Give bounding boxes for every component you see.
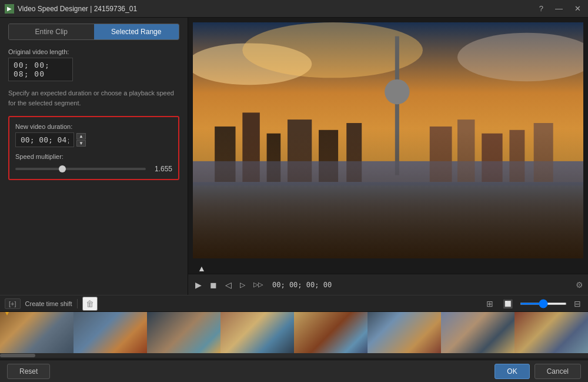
- duration-input[interactable]: [15, 132, 74, 147]
- film-frame-1: [0, 312, 74, 353]
- speed-slider[interactable]: [15, 168, 146, 170]
- stop-button[interactable]: ◼: [208, 279, 219, 291]
- next-frame-button[interactable]: ▷: [238, 280, 248, 290]
- title-bar: ▶ Video Speed Designer | 24159736_01 ? —…: [0, 0, 588, 18]
- multiplier-value: 1.655: [152, 165, 172, 173]
- filmstrip-scroll-thumb[interactable]: [0, 354, 35, 357]
- film-frame-8: [514, 312, 588, 353]
- new-duration-label: New video duration:: [15, 123, 172, 130]
- left-panel: Entire Clip Selected Range Original vide…: [0, 18, 188, 295]
- app-icon: ▶: [5, 4, 14, 14]
- right-panel: ▲ ▶ ◼ ◁ ▷ ▷▷ 00; 00; 00; 00 ⚙: [188, 18, 588, 295]
- settings-button[interactable]: ⚙: [576, 280, 583, 290]
- spinner-down-button[interactable]: ▼: [76, 140, 86, 147]
- ok-button[interactable]: OK: [495, 364, 529, 379]
- filmstrip-scrollbar[interactable]: [0, 353, 588, 358]
- tab-entire-clip[interactable]: Entire Clip: [9, 24, 94, 39]
- slider-row: 1.655: [15, 165, 172, 173]
- title-text: Video Speed Designer | 24159736_01: [18, 5, 137, 13]
- film-frame-3: [147, 312, 220, 353]
- video-gradient: [193, 22, 583, 258]
- timeline-area: [+] Create time shift 🗑 ⊞ 🔲 ⊟: [0, 295, 588, 360]
- svg-point-12: [385, 79, 409, 104]
- zoom-out-button[interactable]: 🔲: [500, 298, 515, 310]
- speed-box: New video duration: ▲ ▼ Speed multiplier…: [8, 116, 179, 180]
- title-bar-left: ▶ Video Speed Designer | 24159736_01: [5, 4, 137, 14]
- film-frame-7: [441, 312, 514, 353]
- zoom-slider[interactable]: [520, 303, 567, 305]
- playback-controls: ▶ ◼ ◁ ▷ ▷▷ 00; 00; 00; 00 ⚙: [188, 274, 588, 295]
- play-button[interactable]: ▶: [193, 279, 204, 291]
- original-length-value: 00; 00; 08; 00: [8, 58, 73, 81]
- time-code: 00; 00; 00; 00: [269, 281, 572, 289]
- original-length-label: Original video length:: [8, 48, 179, 55]
- prev-frame-button[interactable]: ◁: [223, 279, 234, 291]
- film-frame-4: [220, 312, 294, 353]
- cancel-button[interactable]: Cancel: [534, 364, 581, 379]
- film-frame-5: [294, 312, 368, 353]
- tab-row: Entire Clip Selected Range: [8, 24, 179, 40]
- multiplier-label: Speed multiplier:: [15, 153, 172, 160]
- help-button[interactable]: ?: [537, 3, 546, 14]
- minimize-button[interactable]: —: [553, 3, 565, 14]
- close-button[interactable]: ✕: [572, 3, 583, 14]
- fast-forward-button[interactable]: ▷▷: [251, 280, 265, 290]
- bottom-bar: Reset OK Cancel: [0, 360, 588, 382]
- video-preview: [193, 22, 583, 258]
- zoom-in-button[interactable]: ⊟: [572, 298, 583, 310]
- playhead-triangle: ▲: [193, 264, 583, 273]
- description-text: Specify an expected duration or choose a…: [8, 88, 179, 108]
- toolbar-divider: [77, 299, 78, 308]
- video-overlay: [193, 128, 583, 258]
- spinner-up-button[interactable]: ▲: [76, 133, 86, 139]
- bottom-right-buttons: OK Cancel: [495, 364, 581, 379]
- add-keyframe-button[interactable]: [+]: [5, 298, 21, 309]
- create-time-shift-label: Create time shift: [25, 300, 72, 307]
- duration-spinner: ▲ ▼: [76, 133, 86, 147]
- tab-selected-range[interactable]: Selected Range: [94, 24, 179, 39]
- timeline-toolbar: [+] Create time shift 🗑 ⊞ 🔲 ⊟: [0, 295, 588, 312]
- film-frame-6: [368, 312, 441, 353]
- filmstrip: [0, 312, 588, 353]
- film-frame-2: [74, 312, 147, 353]
- delete-button[interactable]: 🗑: [82, 297, 98, 311]
- fit-view-button[interactable]: ⊞: [484, 298, 496, 310]
- title-bar-controls: ? — ✕: [537, 3, 583, 14]
- reset-button[interactable]: Reset: [7, 364, 50, 379]
- duration-row: ▲ ▼: [15, 132, 172, 147]
